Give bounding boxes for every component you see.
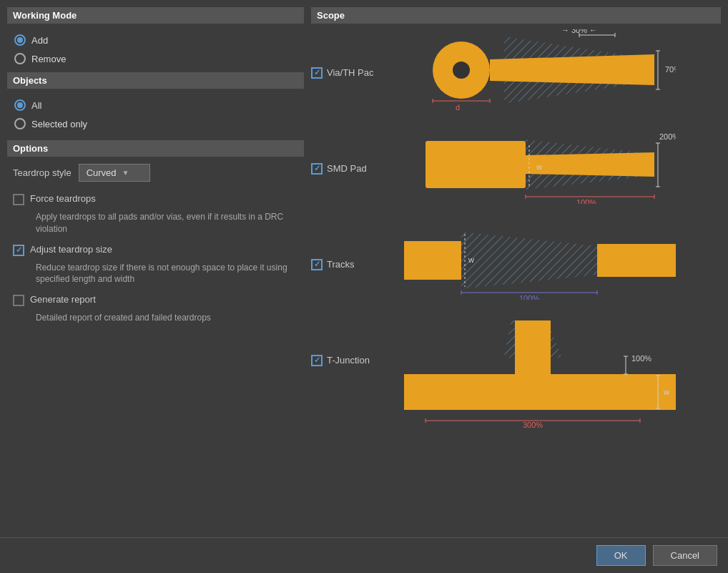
- tracks-checkbox-group: ✓ Tracks: [311, 258, 397, 270]
- svg-text:100%: 100%: [519, 294, 539, 300]
- teardrop-style-dropdown[interactable]: Curved ▼: [79, 164, 150, 182]
- all-label: All: [31, 100, 41, 111]
- svg-marker-3: [490, 54, 654, 85]
- t-junction-checkmark: ✓: [314, 356, 320, 365]
- all-radio-circle[interactable]: [14, 99, 26, 111]
- svg-text:100%: 100%: [631, 354, 651, 363]
- cancel-button[interactable]: Cancel: [653, 545, 717, 566]
- via-th-row: ✓ Via/TH Pac: [311, 29, 721, 115]
- content-area: Working Mode Add Remove Objects: [0, 0, 728, 537]
- working-mode-label: Working Mode: [13, 10, 77, 21]
- tracks-checkmark: ✓: [314, 260, 320, 269]
- dialog: Working Mode Add Remove Objects: [0, 0, 728, 573]
- working-mode-group: Add Remove: [7, 26, 304, 72]
- force-teardrops-checkbox[interactable]: [13, 194, 24, 205]
- t-junction-diagram: 100% w 300%: [404, 317, 721, 403]
- add-label: Add: [31, 35, 48, 46]
- generate-report-item: Generate report: [13, 290, 298, 310]
- tracks-diagram: w 100%: [404, 221, 721, 307]
- scope-label: Scope: [317, 10, 345, 21]
- objects-label: Objects: [13, 75, 47, 86]
- objects-header: Objects: [7, 72, 304, 89]
- ok-button[interactable]: OK: [596, 545, 646, 566]
- tracks-checkbox[interactable]: ✓: [311, 259, 323, 270]
- svg-text:300%: 300%: [523, 421, 543, 428]
- t-junction-checkbox-group: ✓ T-Junction: [311, 354, 397, 366]
- adjust-size-checkmark: ✓: [16, 245, 22, 255]
- svg-rect-19: [426, 141, 526, 188]
- teardrop-style-label: Teardrop style: [13, 167, 72, 178]
- selected-only-radio[interactable]: Selected only: [14, 114, 297, 133]
- remove-label: Remove: [31, 54, 66, 64]
- svg-rect-43: [404, 374, 676, 410]
- svg-marker-20: [526, 152, 654, 177]
- t-junction-label: T-Junction: [327, 355, 370, 366]
- smd-pad-checkmark: ✓: [314, 164, 320, 173]
- adjust-size-helper: Reduce teardrop size if there is not eno…: [13, 260, 298, 290]
- t-junction-row: ✓ T-Junction: [311, 317, 721, 403]
- add-radio[interactable]: Add: [14, 31, 297, 49]
- via-th-checkmark: ✓: [314, 68, 320, 77]
- all-radio[interactable]: All: [14, 96, 297, 114]
- svg-marker-34: [597, 244, 676, 277]
- right-panel: Scope ✓ Via/TH Pac: [311, 7, 721, 530]
- t-junction-checkbox[interactable]: ✓: [311, 355, 323, 366]
- svg-point-4: [453, 62, 470, 79]
- selected-only-label: Selected only: [31, 119, 87, 129]
- scope-items: ✓ Via/TH Pac: [311, 29, 721, 403]
- generate-report-helper: Detailed report of created and failed te…: [13, 310, 298, 328]
- svg-text:70%: 70%: [665, 65, 676, 74]
- svg-text:w: w: [663, 388, 669, 396]
- bottom-bar: OK Cancel: [0, 537, 728, 573]
- smd-pad-row: ✓ SMD Pad: [311, 125, 721, 211]
- left-panel: Working Mode Add Remove Objects: [7, 7, 304, 530]
- dropdown-arrow-icon: ▼: [122, 169, 129, 177]
- via-th-diagram: → 30% ← 70% d: [404, 29, 721, 115]
- svg-text:→ 30% ←: → 30% ←: [561, 29, 597, 34]
- working-mode-header: Working Mode: [7, 7, 304, 24]
- smd-pad-diagram: w 200% 100%: [404, 125, 721, 211]
- options-label: Options: [13, 143, 48, 154]
- objects-group: All Selected only: [7, 92, 304, 137]
- svg-text:100%: 100%: [576, 198, 596, 204]
- force-teardrops-item: Force teardrops: [13, 189, 298, 210]
- remove-radio[interactable]: Remove: [14, 49, 297, 68]
- teardrop-style-value: Curved: [87, 167, 117, 178]
- force-teardrops-helper: Apply teardrops to all pads and/or vias,…: [13, 210, 298, 240]
- selected-only-circle[interactable]: [14, 118, 26, 129]
- force-teardrops-label: Force teardrops: [30, 193, 96, 204]
- svg-rect-44: [515, 320, 551, 378]
- svg-text:w: w: [536, 162, 542, 171]
- smd-pad-checkbox[interactable]: ✓: [311, 163, 323, 175]
- svg-text:d: d: [456, 103, 460, 112]
- svg-text:w: w: [468, 255, 474, 264]
- all-radio-dot: [17, 102, 23, 108]
- svg-text:200%: 200%: [659, 132, 676, 141]
- add-radio-circle[interactable]: [14, 34, 26, 46]
- via-th-label: Via/TH Pac: [327, 67, 374, 78]
- add-radio-dot: [17, 37, 23, 43]
- generate-report-label: Generate report: [30, 294, 96, 305]
- smd-pad-checkbox-group: ✓ SMD Pad: [311, 162, 397, 175]
- adjust-size-label: Adjust teardrop size: [30, 244, 112, 255]
- generate-report-checkbox[interactable]: [13, 295, 24, 306]
- svg-marker-33: [404, 241, 461, 280]
- remove-radio-circle[interactable]: [14, 53, 26, 64]
- options-header: Options: [7, 140, 304, 157]
- tracks-label: Tracks: [327, 259, 355, 270]
- teardrop-style-row: Teardrop style Curved ▼: [7, 160, 304, 186]
- options-checkboxes: Force teardrops Apply teardrops to all p…: [7, 186, 304, 331]
- scope-header: Scope: [311, 7, 721, 24]
- via-th-checkbox[interactable]: ✓: [311, 67, 323, 79]
- adjust-size-checkbox[interactable]: ✓: [13, 245, 24, 256]
- adjust-size-item: ✓ Adjust teardrop size: [13, 240, 298, 260]
- via-th-checkbox-group: ✓ Via/TH Pac: [311, 67, 397, 79]
- smd-pad-label: SMD Pad: [327, 163, 367, 174]
- tracks-row: ✓ Tracks: [311, 221, 721, 307]
- options-section: Options Teardrop style Curved ▼ Force te…: [7, 140, 304, 331]
